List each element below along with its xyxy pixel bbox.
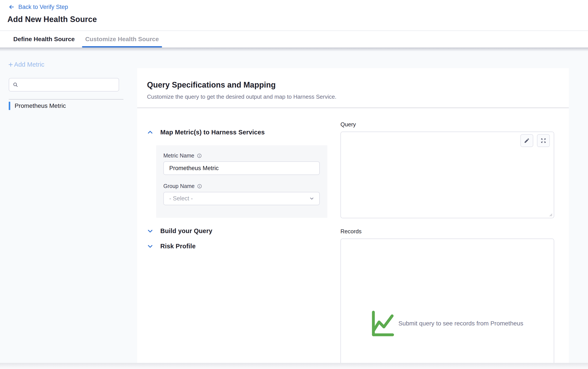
plus-icon: + bbox=[8, 62, 13, 68]
panel-subtitle: Customize the query to get the desired o… bbox=[147, 93, 336, 100]
tab-define-label: Define Health Source bbox=[13, 36, 75, 43]
header: Back to Verify Step Add New Health Sourc… bbox=[0, 0, 588, 48]
chevron-down-icon bbox=[147, 243, 153, 249]
metric-search-input[interactable] bbox=[21, 81, 115, 88]
panel-divider bbox=[137, 108, 569, 108]
chevron-down-icon bbox=[309, 196, 315, 201]
back-arrow-icon bbox=[8, 4, 15, 10]
query-records-column: Query bbox=[340, 121, 555, 369]
metric-list-item-prometheus[interactable]: Prometheus Metric bbox=[9, 101, 126, 110]
panel-title: Query Specifications and Mapping bbox=[147, 80, 276, 90]
query-specifications-panel: Query Specifications and Mapping Customi… bbox=[137, 68, 569, 369]
section-risk-profile-label: Risk Profile bbox=[160, 243, 196, 250]
tab-customize-label: Customize Health Source bbox=[85, 36, 159, 43]
metrics-sidebar: + Add Metric Prometheus Metric bbox=[0, 48, 137, 369]
metric-mapping-card: Metric Name Group Name bbox=[156, 145, 327, 218]
group-name-select-value: - Select - bbox=[169, 195, 193, 202]
section-build-your-query-label: Build your Query bbox=[160, 227, 212, 235]
chevron-down-icon bbox=[147, 228, 153, 234]
edit-query-button[interactable] bbox=[520, 134, 533, 147]
records-panel: Submit query to see records from Prometh… bbox=[340, 239, 554, 369]
content-area: + Add Metric Prometheus Metric Query Spe… bbox=[0, 48, 588, 369]
section-map-metrics-label: Map Metric(s) to Harness Services bbox=[160, 129, 265, 136]
info-icon bbox=[197, 184, 202, 189]
sidebar-divider bbox=[9, 99, 124, 100]
metric-search-box[interactable] bbox=[9, 78, 119, 91]
resize-handle[interactable] bbox=[548, 212, 553, 217]
active-tab-underline bbox=[82, 46, 162, 48]
back-link[interactable]: Back to Verify Step bbox=[8, 3, 68, 11]
metric-name-input[interactable] bbox=[163, 161, 320, 175]
selected-indicator-bar bbox=[9, 102, 10, 110]
query-label: Query bbox=[340, 121, 555, 128]
records-label: Records bbox=[340, 228, 555, 235]
tab-define-health-source[interactable]: Define Health Source bbox=[10, 31, 78, 48]
info-icon bbox=[197, 153, 202, 158]
section-build-your-query-header[interactable]: Build your Query bbox=[147, 227, 335, 235]
page-title: Add New Health Source bbox=[7, 15, 97, 24]
metric-name-label: Metric Name bbox=[163, 152, 194, 159]
metric-item-label: Prometheus Metric bbox=[15, 102, 66, 109]
group-name-label-row: Group Name bbox=[163, 183, 320, 189]
records-empty-text: Submit query to see records from Prometh… bbox=[399, 320, 524, 327]
search-icon bbox=[13, 82, 19, 88]
section-map-metrics-header[interactable]: Map Metric(s) to Harness Services bbox=[147, 128, 335, 137]
records-empty-state: Submit query to see records from Prometh… bbox=[371, 311, 524, 336]
tab-customize-health-source[interactable]: Customize Health Source bbox=[82, 31, 162, 48]
pencil-icon bbox=[524, 138, 530, 144]
query-textarea[interactable] bbox=[340, 131, 554, 218]
footer-strip bbox=[0, 363, 588, 369]
page: Back to Verify Step Add New Health Sourc… bbox=[0, 0, 588, 369]
mapping-form-column: Map Metric(s) to Harness Services Metric… bbox=[147, 128, 335, 250]
expand-query-button[interactable] bbox=[537, 134, 550, 147]
section-risk-profile-header[interactable]: Risk Profile bbox=[147, 242, 335, 250]
query-actions bbox=[520, 134, 550, 147]
add-metric-label: Add Metric bbox=[14, 61, 44, 68]
group-name-select[interactable]: - Select - bbox=[163, 192, 320, 205]
add-metric-button[interactable]: + Add Metric bbox=[8, 61, 44, 68]
expand-icon bbox=[540, 138, 546, 144]
metric-name-label-row: Metric Name bbox=[163, 152, 320, 159]
line-chart-icon bbox=[371, 311, 394, 336]
chevron-up-icon bbox=[147, 129, 153, 136]
tab-bar: Define Health Source Customize Health So… bbox=[10, 31, 162, 48]
back-link-label: Back to Verify Step bbox=[18, 4, 68, 10]
group-name-label: Group Name bbox=[163, 183, 195, 189]
